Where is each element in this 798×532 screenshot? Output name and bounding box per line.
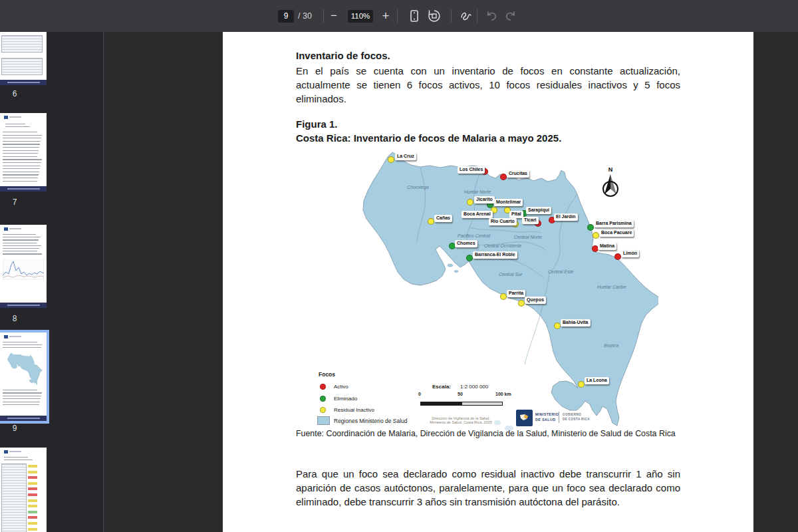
zoom-in-button[interactable]: + xyxy=(378,8,394,24)
pdf-viewer-area: Inventario de focos. En el país se cuent… xyxy=(104,32,798,532)
zoom-out-button[interactable]: − xyxy=(326,8,342,24)
thumb-text-line xyxy=(3,153,38,154)
page-thumbnail-9[interactable] xyxy=(0,332,47,421)
scale-tick-0: 0 xyxy=(418,392,421,396)
thumb-status-cell-yellow xyxy=(28,471,37,473)
page-thumbnail-6[interactable] xyxy=(0,32,47,85)
zoom-level-input[interactable]: 110% xyxy=(348,10,373,23)
focus-dot-la-leona xyxy=(578,381,585,388)
focus-dot-jicarito xyxy=(467,199,473,205)
thumb-text-line xyxy=(3,234,36,235)
rotate-icon[interactable] xyxy=(427,9,442,23)
focus-label-lim-n: Limón xyxy=(621,250,639,257)
thumb-text-line xyxy=(3,150,39,151)
page-number-7[interactable]: 7 xyxy=(0,198,29,207)
focus-dot-lim-n xyxy=(614,253,621,260)
thumb-text-line xyxy=(3,181,37,182)
thumb-footer-bar xyxy=(0,186,47,192)
page-number-6[interactable]: 6 xyxy=(0,89,29,98)
focus-label-sarapiqui: Sarapiqui xyxy=(526,207,551,214)
focus-dot-la-cruz xyxy=(388,156,394,163)
thumb-text-line xyxy=(3,404,39,405)
thumb-text-line xyxy=(3,248,39,249)
thumb-text-line xyxy=(3,174,39,175)
paragraph-focos-reglas: Para que un foco sea declarado como resi… xyxy=(296,467,680,509)
thumb-text-line xyxy=(3,251,37,251)
section-heading: Inventario de focos. xyxy=(296,50,390,61)
page-number-input[interactable]: 9 xyxy=(278,10,294,23)
page-thumbnail-7[interactable] xyxy=(0,113,47,192)
annotate-draw-icon[interactable] xyxy=(459,9,473,23)
focus-label-montelimar: Montelimar xyxy=(494,199,523,206)
thumb-text-line xyxy=(5,126,30,127)
toolbar-divider xyxy=(397,9,398,23)
focus-dot-crucitas xyxy=(500,174,507,180)
thumb-table-block xyxy=(1,58,43,75)
thumb-footer-bar xyxy=(0,416,47,421)
page-number-8[interactable]: 8 xyxy=(0,314,29,323)
thumb-status-cell-green xyxy=(28,511,37,513)
ministerio-salud-wordmark: MINISTERIO DE SALUD xyxy=(535,412,559,422)
legend-label: Activo xyxy=(334,384,348,390)
thumb-status-cell-red xyxy=(28,476,37,479)
costa-rica-map: La CruzLos ChilesCrucitasJicaritoMonteli… xyxy=(319,148,658,429)
legend-title: Focos xyxy=(319,371,335,378)
region-label-huetar-caribe: Huetar Caribe xyxy=(597,285,626,289)
region-label-chorotega: Chorotega xyxy=(407,185,429,190)
focus-label-crucitas: Crucitas xyxy=(507,170,529,178)
thumb-map xyxy=(3,352,43,386)
thumb-text-line xyxy=(3,156,37,157)
page-thumbnail-8[interactable] xyxy=(0,225,47,308)
thumb-text-line xyxy=(3,162,41,163)
thumb-text-line xyxy=(3,402,40,402)
focus-label-la-cruz: La Cruz xyxy=(395,153,416,160)
thumb-text-line xyxy=(3,141,41,142)
thumb-footer-bar xyxy=(0,80,47,85)
focus-label-la-leona: La Leona xyxy=(585,377,609,384)
thumb-logo xyxy=(4,116,8,119)
focus-dot-bahia-uvita xyxy=(554,323,561,329)
undo-icon[interactable] xyxy=(484,9,499,23)
region-label-central-norte: Central Norte xyxy=(514,235,542,239)
focus-label-jicarito: Jicarito xyxy=(474,196,495,203)
thumb-status-cell-red xyxy=(28,516,37,519)
focus-dot-barranca-el-roble xyxy=(466,255,473,261)
figure-title: Costa Rica: Inventario de focos de Malar… xyxy=(296,132,561,144)
focus-dot-ca-as xyxy=(428,218,434,225)
focus-label-boca-arenal: Boca Arenal xyxy=(462,211,493,218)
focus-label-los-chiles: Los Chiles xyxy=(458,166,485,174)
scale-bar xyxy=(420,402,503,406)
focus-label-chomes: Chomes xyxy=(455,240,477,247)
fit-to-page-icon[interactable] xyxy=(407,9,422,23)
focus-label-el-jard-n: El Jardín xyxy=(554,213,578,221)
focus-dot-barra-parismina xyxy=(587,224,594,231)
figure-source: Fuente: Coordinación de Malaria, Direcci… xyxy=(296,429,676,438)
pdf-toolbar: 9 / 30 − 110% + xyxy=(0,0,798,32)
thumb-text-line xyxy=(3,344,42,345)
page-thumbnail-next[interactable] xyxy=(0,448,47,532)
scale-ratio: 1:2 000 000 xyxy=(460,384,488,390)
thumb-status-cell-yellow xyxy=(28,505,37,507)
focus-label-barra-parismina: Barra Parismina xyxy=(594,220,634,227)
figure-label: Figura 1. xyxy=(296,118,338,130)
focus-dot-boca-pacuare xyxy=(593,232,599,239)
page-number-9[interactable]: 9 xyxy=(0,424,29,433)
thumb-status-cell-yellow xyxy=(28,522,37,525)
scale-tick-50: 50 xyxy=(458,392,463,396)
region-label-central-este: Central Este xyxy=(548,269,574,274)
thumb-text-line xyxy=(3,168,40,169)
thumb-status-cell-yellow xyxy=(28,465,37,467)
scale-label: Escala: xyxy=(432,384,451,390)
focus-label-barranca-el-roble: Barranca-El Roble xyxy=(473,251,517,259)
thumb-status-cell-red xyxy=(28,487,37,490)
thumb-text-line xyxy=(3,390,37,390)
thumb-text-line xyxy=(3,138,41,138)
thumb-text-line xyxy=(3,147,39,148)
redo-icon[interactable] xyxy=(503,9,518,23)
thumb-text-line xyxy=(3,253,42,254)
thumb-text-line xyxy=(3,172,39,172)
thumb-text-line xyxy=(3,245,41,246)
focus-dot-parrita xyxy=(500,293,507,300)
region-label-brunca: Brunca xyxy=(604,343,618,348)
legend-region-swatch xyxy=(317,416,330,425)
